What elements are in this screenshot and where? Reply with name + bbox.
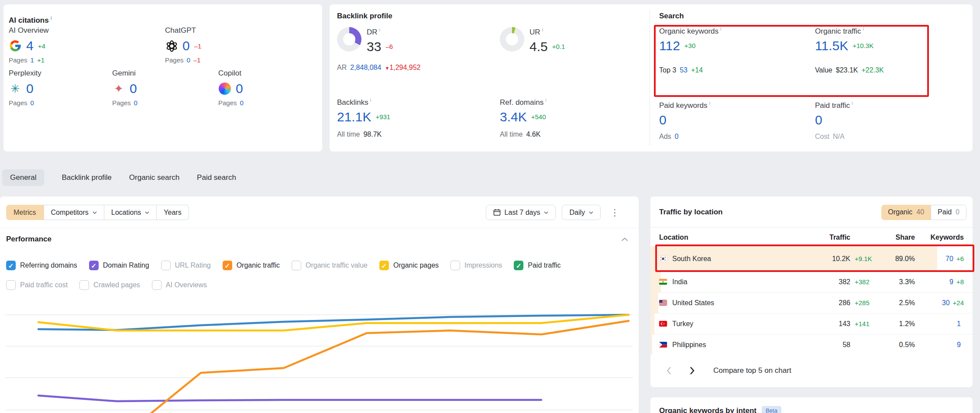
perplexity-citations-value[interactable]: 0 bbox=[26, 81, 34, 96]
checkbox-paid-traffic[interactable]: ✓Paid traffic bbox=[514, 261, 560, 270]
flag-philippines-icon bbox=[659, 342, 667, 348]
ref-domains-value[interactable]: 3.4K bbox=[500, 110, 527, 124]
ar-label: AR bbox=[337, 64, 347, 72]
top3-delta: +14 bbox=[691, 66, 703, 74]
dr-donut-chart bbox=[337, 27, 361, 52]
checkbox-ai-overviews[interactable]: ✓AI Overviews bbox=[152, 280, 207, 290]
pages-label: Pages bbox=[165, 56, 184, 64]
metric-checkbox-row-2: ✓Paid traffic cost ✓Crawled pages ✓AI Ov… bbox=[6, 280, 207, 290]
paid-traffic-label: Paid traffici bbox=[815, 100, 853, 110]
tab-paid-search[interactable]: Paid search bbox=[197, 169, 236, 186]
organic-keywords-value[interactable]: 112 bbox=[659, 38, 680, 53]
metrics-button[interactable]: Metrics bbox=[6, 205, 44, 220]
chart-line-domain-rating bbox=[38, 396, 541, 401]
chevron-down-icon bbox=[145, 211, 149, 214]
toggle-organic[interactable]: Organic40 bbox=[881, 205, 931, 220]
organic-traffic-value[interactable]: 11.5K bbox=[815, 38, 848, 53]
checkbox-organic-traffic-value[interactable]: ✓Organic traffic value bbox=[292, 261, 368, 270]
top3-label: Top 3 bbox=[659, 66, 676, 74]
info-icon: i bbox=[863, 26, 864, 31]
paid-traffic-value[interactable]: 0 bbox=[815, 113, 822, 127]
alltime-label: All time bbox=[500, 131, 523, 138]
location-table-header: Location Traffic Share Keywords bbox=[650, 231, 973, 244]
value-label: Value bbox=[815, 66, 832, 74]
next-page-icon[interactable] bbox=[690, 366, 695, 375]
location-row-south-korea[interactable]: South Korea 10.2K +9.1K 89.0% 70+6 bbox=[650, 246, 973, 271]
divider bbox=[650, 227, 973, 227]
chatgpt-citations-value[interactable]: 0 bbox=[182, 38, 190, 53]
location-row-philippines[interactable]: Philippines 58 0.5% 9 bbox=[650, 334, 973, 355]
tab-general[interactable]: General bbox=[2, 169, 44, 186]
pages-value[interactable]: 0 bbox=[187, 56, 190, 64]
info-icon: i bbox=[370, 97, 371, 103]
ai-overview-citations-value[interactable]: 4 bbox=[26, 38, 34, 53]
traffic-by-location-title: Traffic by location bbox=[659, 208, 722, 217]
checkbox-url-rating[interactable]: ✓URL Rating bbox=[161, 261, 211, 270]
locations-dropdown[interactable]: Locations bbox=[104, 205, 157, 220]
organic-traffic-block: Organic traffici 11.5K+10.3K Value$23.1K… bbox=[815, 26, 884, 74]
value-amount: $23.1K bbox=[836, 66, 858, 74]
checkbox-impressions[interactable]: ✓Impressions bbox=[450, 261, 502, 270]
pages-label: Pages bbox=[112, 99, 131, 107]
checkbox-crawled-pages[interactable]: ✓Crawled pages bbox=[79, 280, 140, 290]
years-button[interactable]: Years bbox=[157, 205, 189, 220]
alltime-value: 4.6K bbox=[526, 131, 540, 138]
granularity-dropdown[interactable]: Daily bbox=[562, 205, 601, 220]
more-options-kebab-icon[interactable]: ⋮ bbox=[607, 207, 623, 218]
ur-delta: +0.1 bbox=[552, 43, 565, 50]
value-delta: +22.3K bbox=[861, 66, 884, 74]
paid-keywords-block: Paid keywordsi 0 Ads0 bbox=[659, 100, 710, 141]
pages-value[interactable]: 0 bbox=[31, 99, 34, 107]
backlinks-label: Backlinksi bbox=[337, 97, 390, 107]
chevron-down-icon bbox=[544, 211, 548, 214]
location-row-united-states[interactable]: United States 286 +285 2.5% 30+24 bbox=[650, 292, 973, 313]
location-row-turkey[interactable]: Turkey 143 +141 1.2% 1 bbox=[650, 313, 973, 334]
paid-keywords-value[interactable]: 0 bbox=[659, 113, 667, 127]
location-row-india[interactable]: India 382 +382 3.3% 9+8 bbox=[650, 271, 973, 292]
chatgpt-delta: –1 bbox=[194, 42, 202, 50]
flag-india-icon bbox=[659, 279, 667, 285]
organic-paid-toggle: Organic40 Paid0 bbox=[881, 205, 966, 220]
checkbox-domain-rating[interactable]: ✓Domain Rating bbox=[89, 261, 149, 270]
prev-page-icon[interactable] bbox=[666, 366, 671, 375]
date-range-dropdown[interactable]: Last 7 days bbox=[486, 205, 556, 220]
column-location: Location bbox=[659, 234, 809, 241]
collapse-chevron-icon[interactable] bbox=[621, 237, 628, 241]
pages-value[interactable]: 0 bbox=[134, 99, 138, 107]
ai-overview-block: AI Overview 4 +4 Pages1+1 bbox=[9, 26, 49, 64]
chevron-down-icon bbox=[93, 211, 97, 214]
pages-value[interactable]: 0 bbox=[240, 99, 244, 107]
ref-domains-label: Ref. domainsi bbox=[500, 97, 547, 107]
ref-domains-block: Ref. domainsi 3.4K+540 All time4.6K bbox=[500, 97, 547, 138]
toggle-paid[interactable]: Paid0 bbox=[931, 205, 966, 220]
ads-value[interactable]: 0 bbox=[675, 133, 679, 141]
competitors-dropdown[interactable]: Competitors bbox=[44, 205, 104, 220]
checkbox-icon: ✓ bbox=[6, 261, 16, 270]
copilot-icon bbox=[218, 82, 231, 95]
checkbox-organic-traffic[interactable]: ✓Organic traffic bbox=[223, 261, 280, 270]
seo-dashboard: AI citationsi AI Overview 4 +4 Pages1+1 … bbox=[0, 0, 980, 413]
paid-count: 0 bbox=[956, 208, 959, 216]
alltime-value: 98.7K bbox=[363, 131, 382, 138]
tab-backlink-profile[interactable]: Backlink profile bbox=[62, 169, 111, 186]
compare-top5-link[interactable]: Compare top 5 on chart bbox=[713, 366, 791, 375]
organic-keywords-label: Organic keywordsi bbox=[659, 26, 722, 36]
organic-traffic-delta: +10.3K bbox=[853, 42, 873, 49]
ar-value[interactable]: 2,848,084 bbox=[350, 64, 381, 72]
ur-label: URi bbox=[530, 27, 565, 37]
pages-value[interactable]: 1 bbox=[31, 56, 34, 64]
top3-value[interactable]: 53 bbox=[680, 66, 688, 74]
checkbox-paid-traffic-cost[interactable]: ✓Paid traffic cost bbox=[6, 280, 68, 290]
tab-organic-search[interactable]: Organic search bbox=[129, 169, 179, 186]
copilot-citations-value[interactable]: 0 bbox=[236, 81, 243, 96]
backlinks-value[interactable]: 21.1K bbox=[337, 110, 371, 124]
checkbox-referring-domains[interactable]: ✓Referring domains bbox=[6, 261, 77, 270]
info-icon: i bbox=[542, 27, 543, 32]
performance-line-chart[interactable] bbox=[0, 297, 639, 413]
checkbox-organic-pages[interactable]: ✓Organic pages bbox=[379, 261, 439, 270]
chart-line-organic-pages bbox=[38, 315, 629, 330]
pages-delta: –1 bbox=[193, 56, 201, 64]
chevron-down-icon bbox=[589, 211, 593, 214]
checkbox-icon: ✓ bbox=[223, 261, 232, 270]
gemini-citations-value[interactable]: 0 bbox=[130, 81, 137, 96]
